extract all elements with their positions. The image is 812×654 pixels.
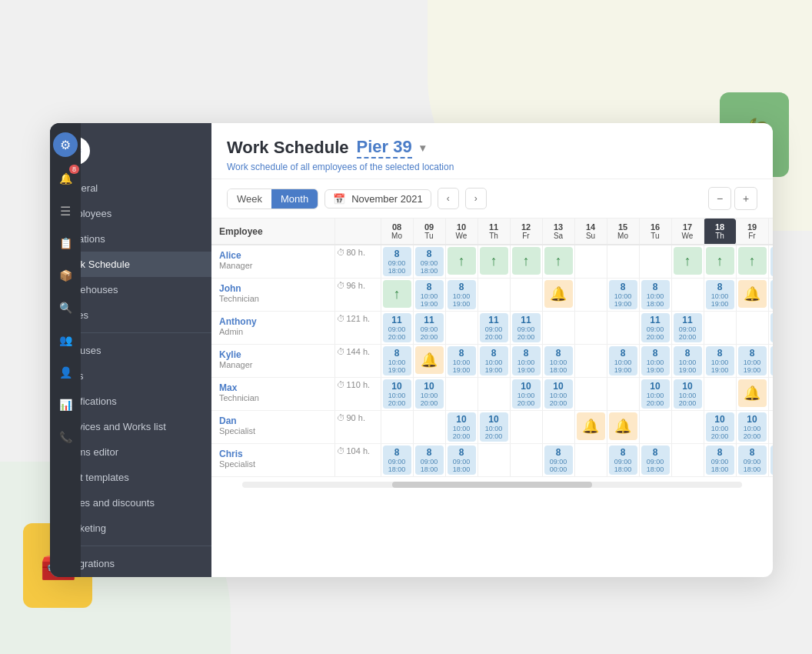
shift-cell-alice-day-20[interactable]: 809:0018:00: [768, 245, 773, 279]
shift-cell-anthony-day-19[interactable]: [736, 312, 768, 345]
shift-cell-kylie-day-20[interactable]: 810:0019:00: [768, 345, 773, 378]
shift-cell-john-day-10[interactable]: 810:0019:00: [445, 279, 478, 312]
week-button[interactable]: Week: [228, 189, 271, 209]
shift-cell-anthony-day-13[interactable]: [542, 312, 574, 345]
shift-cell-anthony-day-10[interactable]: [445, 312, 478, 345]
shift-cell-max-day-15[interactable]: [607, 378, 639, 411]
shift-cell-dan-day-15[interactable]: 🔔: [607, 411, 639, 444]
employee-cell-max[interactable]: MaxTechnician: [211, 378, 334, 411]
notification-icon-btn[interactable]: 🔔: [55, 168, 76, 189]
shift-cell-john-day-18[interactable]: 810:0019:00: [704, 279, 736, 312]
shift-cell-max-day-16[interactable]: 1010:0020:00: [639, 378, 671, 411]
shift-cell-john-day-14[interactable]: [574, 279, 607, 312]
shift-cell-chris-day-15[interactable]: 809:0018:00: [607, 444, 639, 477]
shift-cell-max-day-13[interactable]: 1010:0020:00: [542, 378, 574, 411]
shift-cell-max-day-08[interactable]: 1010:0020:00: [381, 378, 413, 411]
shift-cell-anthony-day-12[interactable]: 1109:0020:00: [510, 312, 542, 345]
shift-cell-dan-day-14[interactable]: 🔔: [574, 411, 607, 444]
shift-cell-kylie-day-09[interactable]: 🔔: [413, 345, 445, 378]
shift-cell-anthony-day-15[interactable]: [607, 312, 639, 345]
shift-cell-max-day-12[interactable]: 1010:0020:00: [510, 378, 542, 411]
employee-cell-anthony[interactable]: AnthonyAdmin: [211, 312, 334, 345]
shift-cell-alice-day-09[interactable]: 809:0018:00: [413, 245, 445, 279]
employee-cell-john[interactable]: JohnTechnician: [211, 279, 334, 312]
shift-cell-chris-day-18[interactable]: 809:0018:00: [704, 444, 736, 477]
shift-cell-alice-day-10[interactable]: ↑: [445, 245, 478, 279]
shift-cell-chris-day-09[interactable]: 809:0018:00: [413, 444, 445, 477]
shift-cell-anthony-day-17[interactable]: 1109:0020:00: [671, 312, 704, 345]
clipboard-icon-btn[interactable]: 📋: [55, 232, 76, 254]
zoom-out-button[interactable]: −: [708, 187, 731, 210]
box-icon-btn[interactable]: 📦: [55, 265, 76, 286]
prev-button[interactable]: ‹: [438, 188, 459, 209]
employee-cell-dan[interactable]: DanSpecialist: [211, 411, 334, 444]
shift-cell-kylie-day-16[interactable]: 810:0019:00: [639, 345, 671, 378]
shift-cell-max-day-09[interactable]: 1010:0020:00: [413, 378, 445, 411]
scrollbar[interactable]: [242, 482, 742, 488]
shift-cell-john-day-08[interactable]: ↑: [381, 279, 413, 312]
shift-cell-alice-day-15[interactable]: [607, 245, 639, 279]
shift-cell-anthony-day-18[interactable]: [704, 312, 736, 345]
users-icon-btn[interactable]: 👥: [55, 329, 76, 351]
shift-cell-alice-day-17[interactable]: ↑: [671, 245, 704, 279]
phone-icon-btn[interactable]: 📞: [55, 426, 76, 448]
shift-cell-dan-day-16[interactable]: [639, 411, 671, 444]
month-button[interactable]: Month: [271, 189, 318, 209]
shift-cell-max-day-18[interactable]: [704, 378, 736, 411]
shift-cell-kylie-day-11[interactable]: 810:0019:00: [478, 345, 510, 378]
shift-cell-kylie-day-19[interactable]: 810:0019:00: [736, 345, 768, 378]
zoom-in-button[interactable]: +: [734, 187, 757, 210]
shift-cell-dan-day-10[interactable]: 1010:0020:00: [445, 411, 478, 444]
employee-cell-kylie[interactable]: KylieManager: [211, 345, 334, 378]
menu-icon-btn[interactable]: ☰: [55, 200, 76, 222]
shift-cell-max-day-17[interactable]: 1010:0020:00: [671, 378, 704, 411]
shift-cell-alice-day-19[interactable]: ↑: [736, 245, 768, 279]
shift-cell-kylie-day-08[interactable]: 810:0019:00: [381, 345, 413, 378]
shift-cell-dan-day-12[interactable]: [510, 411, 542, 444]
shift-cell-chris-day-12[interactable]: [510, 444, 542, 477]
logo-button[interactable]: ⚙: [53, 132, 78, 157]
shift-cell-dan-day-17[interactable]: [671, 411, 704, 444]
next-button[interactable]: ›: [465, 188, 487, 209]
shift-cell-chris-day-19[interactable]: 809:0018:00: [736, 444, 768, 477]
shift-cell-john-day-11[interactable]: [478, 279, 510, 312]
shift-cell-alice-day-18[interactable]: ↑: [704, 245, 736, 279]
shift-cell-anthony-day-16[interactable]: 1109:0020:00: [639, 312, 671, 345]
shift-cell-kylie-day-10[interactable]: 810:0019:00: [445, 345, 478, 378]
shift-cell-john-day-09[interactable]: 810:0019:00: [413, 279, 445, 312]
shift-cell-max-day-19[interactable]: 🔔: [736, 378, 768, 411]
shift-cell-alice-day-14[interactable]: [574, 245, 607, 279]
shift-cell-kylie-day-17[interactable]: 810:0019:00: [671, 345, 704, 378]
shift-cell-kylie-day-18[interactable]: 810:0019:00: [704, 345, 736, 378]
shift-cell-kylie-day-14[interactable]: [574, 345, 607, 378]
shift-cell-alice-day-11[interactable]: ↑: [478, 245, 510, 279]
shift-cell-john-day-20[interactable]: 810:0019:00: [768, 279, 773, 312]
shift-cell-chris-day-08[interactable]: 809:0018:00: [381, 444, 413, 477]
shift-cell-chris-day-17[interactable]: [671, 444, 704, 477]
shift-cell-anthony-day-14[interactable]: [574, 312, 607, 345]
user-icon-btn[interactable]: 👤: [55, 362, 76, 383]
shift-cell-dan-day-11[interactable]: 1010:0020:00: [478, 411, 510, 444]
shift-cell-dan-day-13[interactable]: [542, 411, 574, 444]
shift-cell-alice-day-13[interactable]: ↑: [542, 245, 574, 279]
shift-cell-alice-day-08[interactable]: 809:0018:00: [381, 245, 413, 279]
shift-cell-dan-day-19[interactable]: 1010:0020:00: [736, 411, 768, 444]
shift-cell-anthony-day-09[interactable]: 1109:0020:00: [413, 312, 445, 345]
shift-cell-kylie-day-13[interactable]: 810:0018:00: [542, 345, 574, 378]
shift-cell-chris-day-13[interactable]: 809:0000:00: [542, 444, 574, 477]
shift-cell-john-day-16[interactable]: 810:0018:00: [639, 279, 671, 312]
shift-cell-alice-day-12[interactable]: ↑: [510, 245, 542, 279]
employee-cell-chris[interactable]: ChrisSpecialist: [211, 444, 334, 477]
shift-cell-dan-day-08[interactable]: [381, 411, 413, 444]
shift-cell-chris-day-16[interactable]: 809:0018:00: [639, 444, 671, 477]
shift-cell-john-day-12[interactable]: [510, 279, 542, 312]
shift-cell-chris-day-10[interactable]: 809:0018:00: [445, 444, 478, 477]
shift-cell-chris-day-14[interactable]: [574, 444, 607, 477]
shift-cell-chris-day-11[interactable]: [478, 444, 510, 477]
shift-cell-max-day-14[interactable]: [574, 378, 607, 411]
employee-cell-alice[interactable]: AliceManager: [211, 245, 334, 279]
shift-cell-kylie-day-12[interactable]: 810:0019:00: [510, 345, 542, 378]
shift-cell-anthony-day-11[interactable]: 1109:0020:00: [478, 312, 510, 345]
shift-cell-john-day-13[interactable]: 🔔: [542, 279, 574, 312]
shift-cell-dan-day-09[interactable]: [413, 411, 445, 444]
